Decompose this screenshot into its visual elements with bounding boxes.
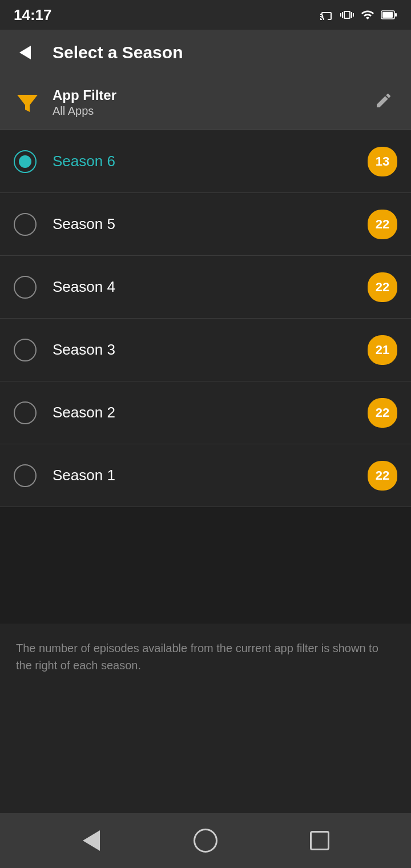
filter-text-group: App Filter All Apps [53,87,116,118]
radio-season-4[interactable] [14,276,37,299]
season-list: Season 6 13 Season 5 22 Season 4 22 Seas… [0,130,411,624]
season-item-5[interactable]: Season 5 22 [0,193,411,256]
status-icons [320,8,397,22]
episode-badge-6: 13 [368,147,397,176]
radio-season-1[interactable] [14,464,37,487]
season-item-6[interactable]: Season 6 13 [0,130,411,193]
season-2-label: Season 2 [53,404,368,421]
radio-season-5[interactable] [14,213,37,236]
episode-count-5: 22 [376,217,389,232]
footer-note: The number of episodes available from th… [0,624,411,697]
nav-back-icon [83,830,100,851]
pencil-icon [374,91,393,110]
radio-season-2[interactable] [14,401,37,424]
content-spacer [0,697,411,813]
episode-badge-1: 22 [368,461,397,491]
cast-icon [320,8,333,22]
svg-rect-2 [395,13,397,17]
edit-button[interactable] [370,87,397,118]
footer-text: The number of episodes available from th… [16,642,378,672]
season-3-label: Season 3 [53,341,368,359]
season-item-1[interactable]: Season 1 22 [0,444,411,507]
season-item-3[interactable]: Season 3 21 [0,319,411,381]
svg-marker-3 [17,95,38,112]
nav-back-button[interactable] [74,823,108,858]
nav-recents-button[interactable] [303,823,337,858]
season-1-label: Season 1 [53,467,368,484]
episode-badge-4: 22 [368,272,397,302]
status-time: 14:17 [14,6,52,24]
back-button[interactable] [11,39,39,66]
vibrate-icon [340,8,354,22]
season-item-2[interactable]: Season 2 22 [0,381,411,444]
filter-left: App Filter All Apps [14,87,116,118]
app-bar: Select a Season [0,30,411,75]
episode-badge-5: 22 [368,210,397,239]
funnel-icon [15,90,40,115]
nav-recents-icon [310,831,329,850]
svg-rect-1 [382,12,393,18]
episode-count-3: 21 [376,343,389,357]
episode-count-1: 22 [376,468,389,483]
episode-count-2: 22 [376,405,389,420]
season-item-4[interactable]: Season 4 22 [0,256,411,319]
radio-season-3[interactable] [14,339,37,361]
filter-subtitle: All Apps [53,105,116,118]
season-5-label: Season 5 [53,215,368,233]
page-title: Select a Season [53,43,183,62]
episode-count-4: 22 [376,280,389,295]
nav-home-icon [194,829,217,853]
episode-badge-3: 21 [368,335,397,365]
season-4-label: Season 4 [53,278,368,296]
filter-row: App Filter All Apps [0,75,411,130]
filter-icon [14,89,41,116]
radio-season-6[interactable] [14,150,37,173]
episode-badge-2: 22 [368,398,397,428]
season-6-label: Season 6 [53,152,368,170]
episode-count-6: 13 [376,154,389,169]
back-arrow-icon [19,46,31,59]
nav-home-button[interactable] [188,823,223,858]
nav-bar [0,813,411,868]
filter-title: App Filter [53,87,116,103]
status-bar: 14:17 [0,0,411,30]
battery-icon [381,8,397,22]
wifi-icon [361,8,374,22]
